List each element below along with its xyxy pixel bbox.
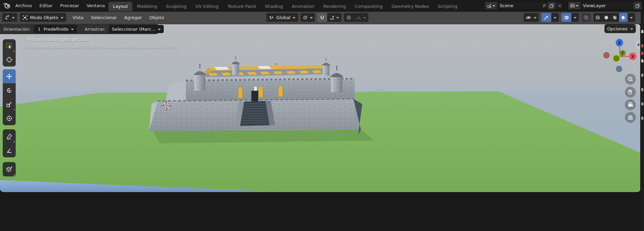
tab-geometry-nodes[interactable]: Geometry Nodes — [387, 2, 434, 11]
editor-type-button[interactable] — [2, 13, 17, 22]
shading-solid-button[interactable] — [602, 13, 611, 22]
rendered-icon — [621, 15, 626, 20]
select-box-icon — [6, 43, 13, 49]
zoom-button[interactable] — [625, 74, 636, 85]
gizmo-axis-neg-z[interactable] — [616, 66, 623, 72]
shading-material-button[interactable] — [611, 13, 619, 22]
shading-options-dropdown[interactable] — [628, 13, 635, 22]
toolbar-group-annotate — [3, 129, 16, 157]
chevron-down-icon — [61, 17, 63, 19]
tab-shading[interactable]: Shading — [261, 2, 288, 11]
editor-edge-strip[interactable] — [640, 11, 644, 231]
shading-mode-group — [594, 13, 635, 22]
tool-cursor[interactable] — [3, 53, 16, 67]
new-scene-button[interactable] — [547, 2, 556, 10]
unlink-scene-button[interactable] — [556, 4, 563, 8]
mode-selector[interactable]: Modo Objeto — [20, 13, 66, 22]
tab-compositing[interactable]: Compositing — [350, 2, 387, 11]
xray-toggle[interactable] — [582, 13, 591, 22]
menu-agregar[interactable]: Agregar — [120, 13, 146, 22]
toggle-orthographic-button[interactable] — [625, 112, 636, 123]
sidebar-expand-tab[interactable] — [636, 40, 641, 49]
subtool-indicator — [13, 141, 15, 142]
shading-wireframe-button[interactable] — [594, 13, 602, 22]
viewport-editor-icon — [4, 15, 10, 20]
gizmo-options-dropdown[interactable] — [551, 13, 559, 22]
show-overlays-toggle[interactable] — [561, 13, 571, 22]
menu-vista[interactable]: Vista — [69, 13, 87, 22]
tab-modeling[interactable]: Modeling — [132, 2, 161, 11]
visibility-dropdown[interactable] — [524, 13, 539, 22]
proportional-edit-toggle[interactable] — [344, 13, 354, 22]
tool-annotate[interactable] — [3, 129, 16, 143]
overlays-icon — [564, 15, 569, 20]
orientation-preset-dropdown[interactable]: Predefinido — [34, 25, 77, 33]
menu-procesar[interactable]: Procesar — [56, 1, 83, 10]
view-layer-selector: ViewLayer — [568, 1, 643, 10]
subtool-indicator — [13, 50, 15, 52]
chevron-down-icon — [574, 17, 576, 19]
svg-text:Y: Y — [621, 51, 624, 56]
tab-uv-editing[interactable]: UV Editing — [191, 2, 223, 11]
tab-sculpting[interactable]: Sculpting — [161, 2, 191, 11]
proportional-circle-icon — [346, 15, 351, 20]
overlays-options-dropdown[interactable] — [571, 13, 579, 22]
gizmo-axis-neg-y[interactable] — [613, 55, 620, 62]
scale-icon — [6, 101, 13, 108]
menu-editar[interactable]: Editar — [36, 1, 57, 10]
snap-toggle[interactable] — [317, 13, 327, 22]
tool-select-box[interactable] — [3, 39, 16, 53]
options-dropdown[interactable]: Opciones — [604, 24, 636, 33]
tab-rendering[interactable]: Rendering — [319, 2, 350, 11]
tool-rotate[interactable] — [3, 83, 16, 97]
drag-mode-dropdown[interactable]: Seleccionar (Marc... — [109, 25, 164, 33]
gizmo-axis-neg-x[interactable] — [603, 52, 610, 59]
bottom-editor-area — [0, 192, 641, 231]
gizmo-axis-z[interactable]: Z — [616, 39, 623, 46]
svg-text:X: X — [631, 54, 634, 59]
viewport-3d[interactable]: Personalizada (perspectiva) (1) REDOMEND… — [0, 24, 641, 192]
menu-ventana[interactable]: Ventana — [83, 1, 108, 10]
gizmo-axis-x[interactable]: X — [629, 53, 636, 60]
proportional-falloff-dropdown[interactable] — [354, 13, 368, 22]
tool-transform[interactable] — [3, 111, 16, 125]
overlays-group — [561, 13, 579, 22]
tool-measure[interactable] — [3, 143, 16, 157]
edge-mark — [641, 102, 643, 105]
menu-seleccionar[interactable]: Seleccionar — [87, 13, 120, 22]
new-view-layer-button[interactable] — [633, 2, 642, 10]
edge-mark — [641, 52, 643, 55]
tool-move[interactable] — [3, 69, 16, 83]
show-gizmo-toggle[interactable] — [541, 13, 551, 22]
magnet-icon — [320, 15, 325, 20]
transform-orientation-dropdown[interactable]: Global — [266, 13, 298, 22]
menu-archivo[interactable]: Archivo — [12, 1, 36, 10]
gizmo-axis-y[interactable]: Y — [619, 50, 626, 57]
cursor-tool-icon — [6, 56, 13, 63]
tab-texture-paint[interactable]: Texture Paint — [223, 2, 261, 11]
camera-view-button[interactable] — [625, 99, 636, 110]
tab-scripting[interactable]: Scripting — [433, 2, 462, 11]
tab-layout[interactable]: Layout — [108, 2, 132, 11]
view-layer-name[interactable]: ViewLayer — [580, 3, 633, 8]
scene-name[interactable]: Scene — [497, 3, 541, 8]
pan-button[interactable] — [625, 87, 636, 98]
tool-scale[interactable] — [3, 97, 16, 111]
shading-rendered-button[interactable] — [619, 13, 628, 22]
tab-animation[interactable]: Animation — [288, 2, 319, 11]
menu-objeto[interactable]: Objeto — [146, 13, 168, 22]
gizmo-arrow-icon — [544, 15, 549, 20]
snap-target-dropdown[interactable] — [327, 13, 341, 22]
tool-add-cube[interactable] — [3, 162, 16, 176]
pivot-point-dropdown[interactable] — [301, 13, 315, 22]
scene-browse-button[interactable] — [485, 2, 497, 10]
pin-icon[interactable] — [541, 3, 547, 8]
svg-text:Z: Z — [618, 41, 621, 45]
transform-icon — [6, 115, 13, 122]
blender-logo-icon[interactable] — [3, 2, 11, 9]
move-icon — [6, 73, 13, 80]
object-origin-dot[interactable] — [275, 63, 277, 65]
axis-gizmo[interactable]: Z Y X — [603, 32, 637, 73]
scene-selector: Scene — [484, 1, 564, 10]
view-layer-browse-button[interactable] — [568, 2, 580, 10]
